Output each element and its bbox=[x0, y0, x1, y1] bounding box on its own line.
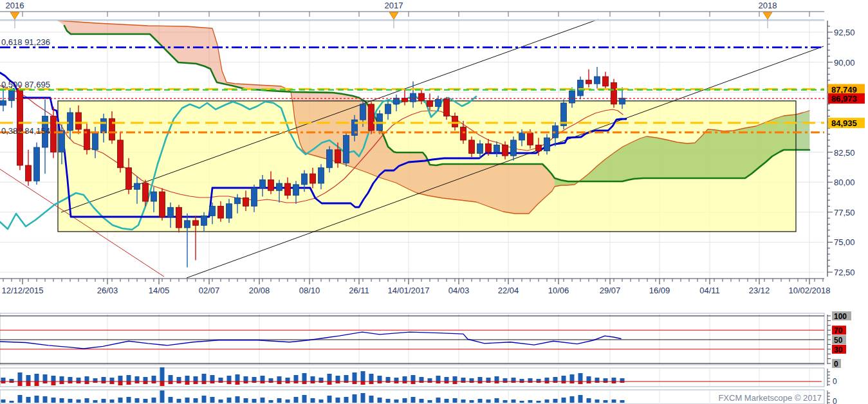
candle-body bbox=[477, 143, 483, 153]
volume-bar bbox=[277, 398, 282, 403]
volume-bar bbox=[453, 398, 457, 403]
vdelta-bar-up bbox=[394, 378, 399, 381]
volume-bar bbox=[60, 398, 64, 403]
candle-body bbox=[595, 77, 600, 84]
candle-body bbox=[603, 77, 609, 86]
vdelta-bar-up bbox=[562, 376, 566, 381]
volume-bar bbox=[562, 398, 566, 403]
year-marker-icon bbox=[763, 12, 772, 19]
candle-body bbox=[494, 145, 500, 152]
date-label: 02/07 bbox=[199, 286, 220, 295]
vdelta-bar-up bbox=[445, 377, 449, 381]
date-ruler[interactable]: 12/12/201526/0314/0502/0720/0808/1026/11… bbox=[0, 279, 831, 295]
vdelta-bar-down bbox=[453, 381, 457, 384]
volume-bar bbox=[1, 399, 6, 403]
candle-body bbox=[160, 192, 165, 217]
candle-body bbox=[519, 133, 525, 140]
vdelta-bar-up bbox=[545, 378, 549, 381]
candle-body bbox=[394, 98, 400, 104]
price-axis[interactable]: 92,5090,0082,5080,0077,5075,0072,5087,74… bbox=[827, 21, 865, 277]
vdelta-bar-up bbox=[85, 376, 89, 381]
vdelta-bar-up bbox=[210, 375, 215, 381]
volume-bar bbox=[411, 397, 416, 403]
volume-bar bbox=[127, 397, 131, 403]
candle-body bbox=[168, 207, 174, 217]
candle-body bbox=[243, 197, 249, 206]
vdelta-bar-up bbox=[35, 374, 39, 381]
vdelta-bar-up bbox=[169, 375, 173, 381]
date-label: 04/03 bbox=[448, 286, 470, 295]
vdelta-bar-up bbox=[277, 376, 282, 381]
volume-bar bbox=[185, 398, 190, 403]
vdelta-bar-up bbox=[587, 376, 591, 381]
year-marker-icon bbox=[389, 12, 398, 19]
vdelta-bar-up bbox=[219, 378, 223, 381]
vdelta-bar-down bbox=[227, 381, 232, 384]
vdelta-bar-up bbox=[302, 373, 307, 381]
vdelta-bar-down bbox=[127, 381, 131, 385]
volume-bar bbox=[261, 398, 265, 403]
candle-body bbox=[118, 140, 124, 168]
rsi-axis-label: 70 bbox=[834, 326, 843, 335]
candle-body bbox=[419, 93, 425, 100]
volume-panel[interactable]: 0 bbox=[0, 390, 837, 404]
candle-body bbox=[436, 99, 441, 106]
vdelta-bar-up bbox=[194, 376, 198, 381]
candle-body bbox=[611, 82, 617, 104]
candle-body bbox=[344, 135, 349, 163]
vdelta-bar-up bbox=[26, 375, 31, 381]
vdelta-bar-up bbox=[160, 367, 165, 381]
volume-bar bbox=[35, 396, 39, 403]
volume-delta-panel[interactable]: 0 bbox=[0, 367, 837, 387]
vdelta-bar-down bbox=[35, 381, 39, 386]
volume-bar bbox=[10, 401, 14, 403]
main-chart-plot[interactable]: 0,618 91,2360,500 87,6950,382 84,154 bbox=[0, 19, 824, 278]
vdelta-bar-down bbox=[51, 381, 56, 385]
vdelta-bar-up bbox=[68, 377, 73, 381]
date-label: 10/02/2018 bbox=[788, 286, 830, 295]
volume-bar bbox=[93, 400, 98, 403]
vdelta-bar-up bbox=[612, 378, 616, 381]
vdelta-bar-up bbox=[604, 378, 608, 381]
volume-bar bbox=[43, 396, 48, 403]
rsi-axis-label: 30 bbox=[834, 345, 843, 354]
candle-body bbox=[335, 150, 341, 163]
date-label: 04/11 bbox=[699, 286, 720, 295]
vdelta-bar-up bbox=[286, 378, 290, 381]
volume-bar bbox=[110, 399, 115, 403]
year-marker-icon bbox=[10, 12, 19, 19]
volume-bar bbox=[553, 399, 558, 403]
rsi-panel[interactable]: 1007050300 bbox=[0, 311, 851, 369]
candle-body bbox=[185, 221, 190, 228]
rsi-axis-label: 0 bbox=[834, 360, 838, 369]
price-tick-label: 72,50 bbox=[834, 268, 855, 277]
volume-bar bbox=[26, 397, 31, 403]
volume-bar bbox=[461, 399, 466, 403]
vdelta-bar-up bbox=[43, 374, 48, 381]
chart-window: 0,618 91,2360,500 87,6950,382 84,154 201… bbox=[0, 0, 868, 404]
candle-body bbox=[76, 113, 82, 129]
volume-bar bbox=[495, 398, 499, 403]
vdelta-bar-up bbox=[261, 376, 265, 381]
vdelta-bar-up bbox=[143, 377, 148, 381]
candle-body bbox=[59, 131, 65, 152]
volume-bar bbox=[353, 394, 357, 403]
candle-body bbox=[1, 100, 6, 105]
price-tick-label: 77,50 bbox=[834, 208, 855, 217]
vdelta-bar-up bbox=[486, 378, 491, 381]
candle-body bbox=[310, 174, 316, 183]
date-label: 14/05 bbox=[149, 286, 170, 295]
vdelta-bar-up bbox=[461, 378, 466, 381]
vdelta-bar-up bbox=[77, 378, 81, 381]
volume-bar bbox=[177, 399, 181, 403]
volume-bar bbox=[604, 400, 608, 403]
vdelta-bar-up bbox=[478, 377, 483, 381]
volume-bar bbox=[102, 399, 106, 403]
vdelta-bar-up bbox=[369, 374, 374, 381]
volume-bar bbox=[361, 393, 365, 403]
vdelta-bar-up bbox=[353, 372, 357, 381]
volume-bar bbox=[528, 400, 533, 403]
year-label: 2017 bbox=[385, 1, 403, 10]
vdelta-bar-down bbox=[202, 381, 207, 384]
candle-body bbox=[93, 133, 98, 150]
